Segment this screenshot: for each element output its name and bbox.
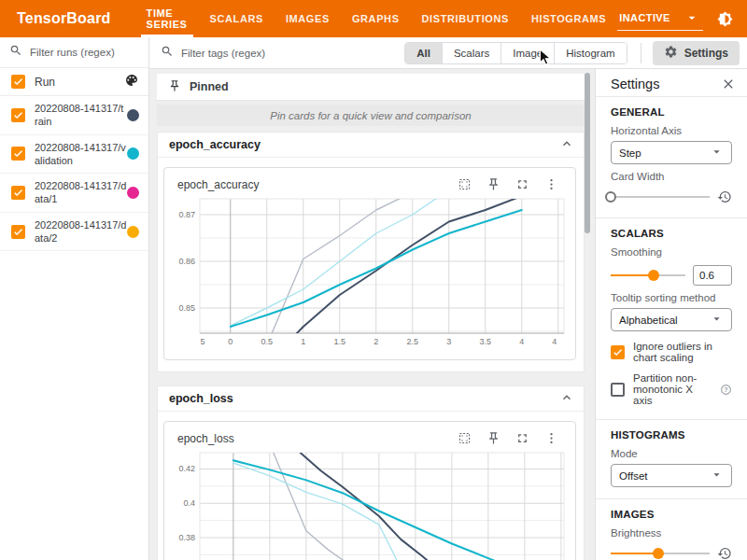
chevron-down-icon (710, 468, 724, 483)
filter-button-scalars[interactable]: Scalars (443, 43, 501, 63)
chevron-up-icon[interactable] (559, 136, 574, 154)
pushpin-icon (168, 79, 181, 95)
settings-section-heading: SCALARS (611, 228, 732, 239)
tag-section-header[interactable]: epoch_loss (158, 386, 584, 412)
settings-sections: GENERALHorizontal AxisStepCard WidthSCAL… (596, 97, 747, 560)
palette-icon[interactable] (124, 73, 139, 91)
tab-histograms[interactable]: HISTOGRAMS (520, 0, 617, 37)
slider-smoothing[interactable] (611, 270, 685, 281)
tag-section-title: epoch_accuracy (169, 138, 261, 151)
tag-section-epoch_loss: epoch_lossepoch_loss0.420.40.380.36 (157, 385, 585, 560)
fullscreen-icon[interactable] (515, 177, 529, 191)
tab-scalars[interactable]: SCALARS (199, 0, 275, 37)
run-checkbox[interactable] (11, 147, 25, 161)
brightness-icon[interactable] (716, 10, 734, 28)
chevron-up-icon[interactable] (559, 390, 574, 408)
run-color-dot[interactable] (127, 187, 139, 199)
more-options-icon[interactable] (544, 431, 558, 445)
settings-panel-header: Settings (596, 69, 747, 97)
chevron-down-icon (684, 9, 701, 27)
run-checkbox[interactable] (11, 108, 25, 122)
run-checkbox[interactable] (11, 225, 25, 239)
checkbox[interactable] (611, 383, 625, 397)
filter-button-all[interactable]: All (405, 43, 443, 63)
scalar-card-epoch_accuracy: epoch_accuracy0.850.860.87500.511.522.53… (163, 167, 576, 360)
gear-icon (664, 45, 678, 62)
pin-card-icon[interactable] (486, 431, 500, 445)
setting-label: Card Width (611, 171, 732, 182)
search-icon (9, 44, 22, 61)
select-horizontal-axis[interactable]: Step (611, 141, 732, 164)
checkbox-label: Partition non-monotonic X axis (633, 372, 712, 406)
run-checkbox[interactable] (11, 186, 25, 200)
card-title: epoch_loss (177, 432, 458, 445)
settings-button[interactable]: Settings (653, 41, 740, 65)
series-line (233, 460, 550, 560)
settings-panel: Settings GENERALHorizontal AxisStepCard … (595, 69, 747, 560)
pinned-label: Pinned (190, 80, 229, 93)
scalar-card-epoch_loss: epoch_loss0.420.40.380.36 (163, 421, 576, 560)
toolbar-divider (641, 43, 641, 63)
status-select-value: INACTIVE (619, 12, 670, 23)
tag-section-epoch_accuracy: epoch_accuracyepoch_accuracy0.850.860.87… (157, 132, 585, 372)
pinned-empty-text: Pin cards for a quick view and compariso… (270, 110, 471, 121)
slider-card-width[interactable] (611, 191, 710, 203)
select-all-runs-checkbox[interactable] (11, 75, 25, 89)
svg-text:2: 2 (374, 337, 378, 346)
fit-data-icon[interactable] (458, 177, 472, 191)
svg-text:5: 5 (201, 337, 205, 346)
svg-text:?: ? (724, 385, 727, 392)
run-row[interactable]: 20220808-141317/data/2 (0, 213, 148, 252)
settings-section-heading: HISTOGRAMS (611, 429, 732, 441)
close-icon[interactable] (721, 77, 736, 91)
filter-button-image[interactable]: Image (501, 43, 555, 63)
tab-graphs[interactable]: GRAPHS (341, 0, 411, 37)
slider-thumb[interactable] (653, 548, 664, 559)
status-select[interactable]: INACTIVE (617, 7, 703, 31)
checkbox-row-ignore-outliers-in-chart-scaling[interactable]: Ignore outliers in chart scaling (611, 341, 732, 363)
more-options-icon[interactable] (544, 177, 558, 191)
slider-thumb[interactable] (605, 191, 616, 203)
slider-thumb[interactable] (648, 270, 659, 281)
main-scrollbar-thumb[interactable] (585, 73, 590, 233)
select-value: Offset (619, 470, 647, 482)
filter-tags-input[interactable] (181, 48, 321, 59)
fit-data-icon[interactable] (458, 431, 472, 445)
checkbox-row-partition-non-monotonic-x-axis[interactable]: Partition non-monotonic X axis? (611, 372, 732, 406)
run-row[interactable]: 20220808-141317/data/1 (0, 174, 148, 213)
svg-text:0.87: 0.87 (178, 210, 195, 219)
tab-distributions[interactable]: DISTRIBUTIONS (411, 0, 520, 37)
tab-images[interactable]: IMAGES (275, 0, 341, 37)
checkbox-label: Ignore outliers in chart scaling (633, 341, 732, 363)
card-title: epoch_accuracy (177, 178, 458, 191)
settings-section-general: GENERALHorizontal AxisStepCard Width (596, 97, 747, 218)
settings-section-heading: IMAGES (611, 509, 732, 520)
run-row[interactable]: 20220808-141317/validation (0, 135, 148, 175)
run-color-dot[interactable] (127, 109, 139, 121)
setting-label: Horizontal Axis (611, 125, 732, 136)
setting-label: Brightness (611, 527, 732, 539)
tag-section-header[interactable]: epoch_accuracy (158, 133, 584, 158)
runs-sidebar: Run 20220808-141317/train20220808-141317… (0, 37, 149, 560)
run-row[interactable]: 20220808-141317/train (0, 96, 148, 135)
reset-icon[interactable] (717, 546, 732, 560)
filter-button-histogram[interactable]: Histogram (555, 43, 626, 63)
pin-card-icon[interactable] (486, 177, 500, 191)
svg-text:0.86: 0.86 (178, 257, 195, 266)
line-chart-epoch_loss[interactable]: 0.420.40.380.36 (168, 449, 570, 560)
run-color-dot[interactable] (127, 226, 139, 238)
select-mode[interactable]: Offset (611, 464, 732, 487)
fullscreen-icon[interactable] (515, 431, 529, 445)
run-color-dot[interactable] (127, 147, 139, 160)
tab-time-series[interactable]: TIME SERIES (135, 0, 199, 37)
help-icon[interactable]: ? (720, 384, 732, 396)
reset-icon[interactable] (717, 189, 732, 204)
slider-brightness[interactable] (611, 548, 710, 559)
svg-text:0: 0 (228, 337, 233, 346)
filter-runs-input[interactable] (30, 47, 139, 58)
smoothing-value-input[interactable] (693, 265, 732, 286)
select-value: Alphabetical (619, 315, 678, 326)
select-tooltip-sorting-method[interactable]: Alphabetical (611, 308, 732, 331)
checkbox[interactable] (611, 345, 625, 359)
line-chart-epoch_accuracy[interactable]: 0.850.860.87500.511.522.533.544 (168, 195, 570, 352)
